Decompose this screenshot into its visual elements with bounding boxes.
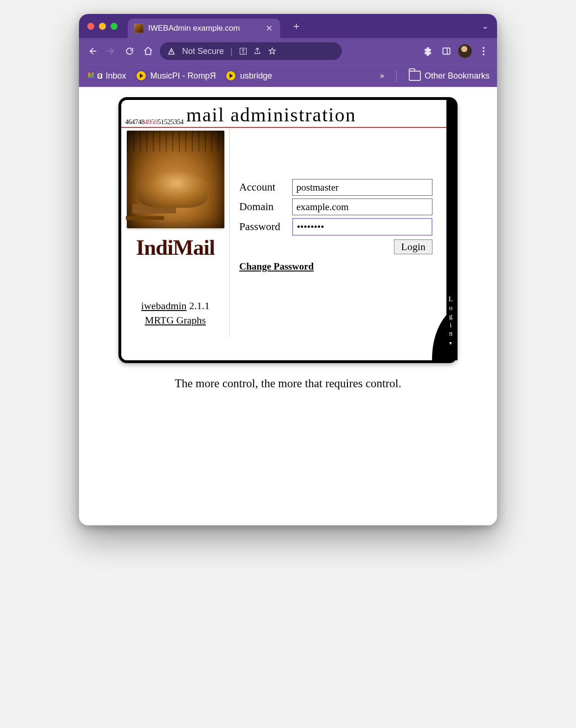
mrtg-graphs-link[interactable]: MRTG Graphs bbox=[145, 314, 206, 326]
play-icon bbox=[225, 70, 236, 81]
page-content: 464748 4950 51525354 mail administration… bbox=[79, 87, 497, 525]
svg-rect-0 bbox=[443, 48, 450, 54]
bookmarks-bar: M 0 Inbox MusicPI - RompЯ usbridge » Oth… bbox=[79, 64, 497, 87]
vertical-login-label: L o g i n ▾ bbox=[449, 295, 453, 346]
profile-avatar[interactable] bbox=[458, 44, 472, 58]
minimize-window-icon[interactable] bbox=[99, 23, 106, 30]
not-secure-icon bbox=[167, 47, 176, 55]
bookmark-star-icon[interactable] bbox=[268, 47, 276, 55]
domain-input[interactable] bbox=[292, 199, 432, 215]
account-input[interactable] bbox=[292, 179, 432, 196]
login-button[interactable]: Login bbox=[394, 239, 432, 254]
bookmark-label: Other Bookmarks bbox=[425, 71, 490, 81]
bookmark-musicpi[interactable]: MusicPI - RompЯ bbox=[136, 70, 216, 81]
login-form: Account Domain Password Login bbox=[230, 128, 446, 337]
side-panel-icon[interactable] bbox=[439, 44, 453, 58]
share-icon[interactable] bbox=[253, 47, 262, 55]
bookmark-inbox[interactable]: M 0 Inbox bbox=[86, 71, 126, 81]
browser-tab[interactable]: IWEBAdmin example.com ✕ bbox=[128, 19, 280, 38]
footer-quote: The more control, the more that requires… bbox=[98, 377, 478, 390]
v-char: g bbox=[449, 312, 453, 320]
maximize-window-icon[interactable] bbox=[111, 23, 118, 30]
panel-sidebar: IndiMail iwebadmin 2.1.1 MRTG Graphs bbox=[121, 128, 230, 337]
saved-password-icon[interactable]: ⚿ bbox=[239, 46, 247, 56]
gmail-icon: M bbox=[86, 71, 96, 80]
bookmark-label: MusicPI - RompЯ bbox=[151, 71, 216, 81]
browser-window: IWEBAdmin example.com ✕ ＋ ⌄ Not S bbox=[79, 14, 497, 525]
tab-strip: IWEBAdmin example.com ✕ ＋ ⌄ bbox=[79, 14, 497, 38]
prefix-part: 51525354 bbox=[157, 118, 183, 126]
omnibox-security-label: Not Secure bbox=[182, 46, 224, 56]
folder-icon bbox=[409, 71, 421, 81]
bookmark-label: Inbox bbox=[106, 71, 126, 81]
iwebadmin-link[interactable]: iwebadmin bbox=[141, 300, 187, 311]
forward-icon bbox=[104, 44, 118, 58]
close-window-icon[interactable] bbox=[87, 23, 94, 30]
iwebadmin-version: 2.1.1 bbox=[187, 300, 210, 311]
chevron-down-icon: ▾ bbox=[449, 340, 452, 346]
header-numeric-prefix: 464748 4950 51525354 bbox=[125, 118, 183, 126]
v-char: o bbox=[449, 304, 453, 312]
new-tab-button[interactable]: ＋ bbox=[290, 20, 302, 32]
prefix-mid: 4950 bbox=[144, 118, 157, 126]
extensions-icon[interactable] bbox=[421, 44, 435, 58]
domain-label: Domain bbox=[239, 201, 286, 213]
change-password-link[interactable]: Change Password bbox=[239, 261, 314, 272]
account-label: Account bbox=[239, 181, 286, 193]
login-panel: 464748 4950 51525354 mail administration… bbox=[118, 97, 458, 363]
v-char: i bbox=[450, 321, 452, 329]
window-controls bbox=[87, 23, 118, 30]
prefix-part: 464748 bbox=[125, 118, 144, 126]
password-input[interactable] bbox=[292, 218, 432, 236]
close-tab-icon[interactable]: ✕ bbox=[265, 23, 274, 33]
bookmark-usbridge[interactable]: usbridge bbox=[225, 70, 272, 81]
indimail-seal-image bbox=[127, 131, 224, 228]
chrome-menu-icon[interactable] bbox=[477, 44, 491, 58]
back-icon[interactable] bbox=[85, 44, 99, 58]
product-logo-text: IndiMail bbox=[136, 235, 215, 260]
reload-icon[interactable] bbox=[123, 44, 137, 58]
sidebar-links: iwebadmin 2.1.1 MRTG Graphs bbox=[141, 299, 209, 328]
play-icon bbox=[136, 70, 147, 81]
v-char: L bbox=[449, 295, 453, 303]
home-icon[interactable] bbox=[141, 44, 155, 58]
tab-title: IWEBAdmin example.com bbox=[148, 24, 260, 33]
v-char: n bbox=[449, 330, 453, 338]
inbox-badge: 0 bbox=[98, 73, 102, 79]
tabs-menu-icon[interactable]: ⌄ bbox=[482, 21, 489, 31]
panel-header: 464748 4950 51525354 mail administration bbox=[121, 100, 446, 128]
tab-favicon-icon bbox=[134, 24, 144, 33]
omnibox[interactable]: Not Secure | ⚿ bbox=[160, 42, 342, 60]
panel-title: mail administration bbox=[186, 104, 356, 126]
address-bar: Not Secure | ⚿ bbox=[79, 38, 497, 64]
other-bookmarks[interactable]: Other Bookmarks bbox=[409, 71, 490, 81]
divider bbox=[396, 69, 397, 82]
bookmarks-overflow-icon[interactable]: » bbox=[380, 72, 384, 80]
password-label: Password bbox=[239, 221, 286, 233]
bookmark-label: usbridge bbox=[240, 71, 272, 81]
